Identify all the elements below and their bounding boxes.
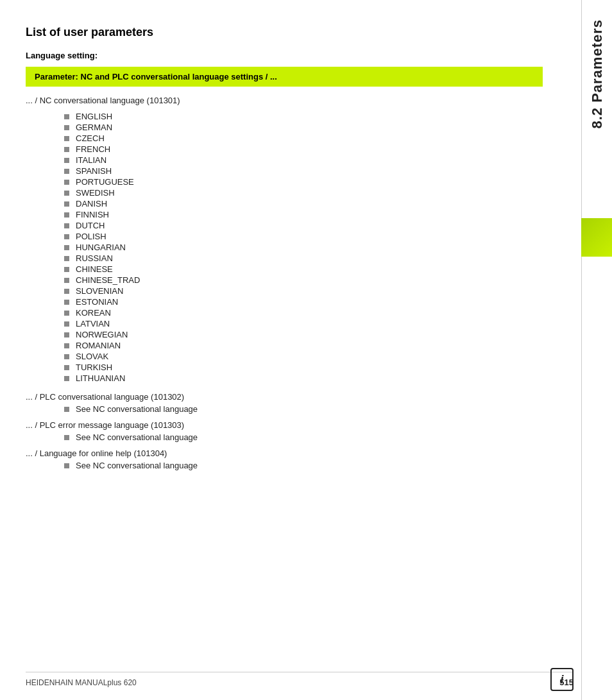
list-item: CZECH (64, 133, 543, 143)
list-item: NORWEGIAN (64, 330, 543, 339)
sidebar: 8.2 Parameters (581, 0, 612, 700)
list-item: FRENCH (64, 144, 543, 154)
bullet-icon (64, 191, 69, 196)
online-help-heading: ... / Language for online help (101304) (26, 448, 543, 458)
page-title: List of user parameters (26, 26, 543, 39)
list-item: DUTCH (64, 221, 543, 230)
bullet-icon (64, 311, 69, 316)
section-label: Language setting: (26, 51, 543, 60)
bullet-icon (64, 343, 69, 348)
list-item: ENGLISH (64, 112, 543, 121)
list-item: POLISH (64, 232, 543, 241)
online-help-section: ... / Language for online help (101304) … (26, 448, 543, 470)
nc-language-heading: ... / NC conversational language (101301… (26, 96, 543, 105)
online-help-see: See NC conversational language (64, 461, 543, 470)
list-item: ROMANIAN (64, 341, 543, 350)
list-item: PORTUGUESE (64, 177, 543, 187)
list-item: CHINESE (64, 264, 543, 274)
bullet-icon (64, 212, 69, 218)
bullet-icon (64, 158, 69, 163)
bullet-icon (64, 169, 69, 174)
bullet-icon (64, 114, 69, 119)
sidebar-label: 8.2 Parameters (589, 19, 606, 129)
bullet-icon (64, 435, 69, 440)
bullet-icon (64, 365, 69, 370)
list-item: GERMAN (64, 123, 543, 132)
list-item: ESTONIAN (64, 297, 543, 307)
list-item: LATVIAN (64, 319, 543, 329)
main-content: List of user parameters Language setting… (0, 0, 581, 501)
bullet-icon (64, 463, 69, 468)
list-item: KOREAN (64, 308, 543, 318)
bullet-icon (64, 180, 69, 185)
bullet-icon (64, 147, 69, 152)
plc-language-section: ... / PLC conversational language (10130… (26, 392, 543, 414)
list-item: ITALIAN (64, 155, 543, 165)
bullet-icon (64, 407, 69, 412)
parameter-banner: Parameter: NC and PLC conversational lan… (26, 67, 543, 87)
footer-left: HEIDENHAIN MANUALplus 620 (26, 678, 137, 687)
plc-error-section: ... / PLC error message language (101303… (26, 420, 543, 442)
bullet-icon (64, 125, 69, 130)
bullet-icon (64, 300, 69, 305)
bullet-icon (64, 289, 69, 294)
language-list: ENGLISHGERMANCZECHFRENCHITALIANSPANISHPO… (64, 112, 543, 383)
plc-language-heading: ... / PLC conversational language (10130… (26, 392, 543, 402)
bullet-icon (64, 136, 69, 141)
bullet-icon (64, 223, 69, 228)
bullet-icon (64, 234, 69, 239)
list-item: LITHUANIAN (64, 373, 543, 383)
bullet-icon (64, 267, 69, 272)
list-item: HUNGARIAN (64, 243, 543, 252)
list-item: CHINESE_TRAD (64, 275, 543, 285)
bullet-icon (64, 245, 69, 250)
list-item: SPANISH (64, 166, 543, 176)
page-footer: HEIDENHAIN MANUALplus 620 515 (26, 672, 574, 687)
bullet-icon (64, 321, 69, 327)
list-item: SLOVAK (64, 352, 543, 361)
sidebar-green-block (581, 218, 612, 257)
bullet-icon (64, 278, 69, 283)
list-item: RUSSIAN (64, 253, 543, 263)
plc-error-see: See NC conversational language (64, 432, 543, 442)
list-item: DANISH (64, 199, 543, 209)
list-item: TURKISH (64, 363, 543, 372)
bullet-icon (64, 376, 69, 381)
info-icon: i (550, 668, 574, 691)
list-item: FINNISH (64, 210, 543, 219)
bullet-icon (64, 201, 69, 207)
bullet-icon (64, 256, 69, 261)
plc-error-heading: ... / PLC error message language (101303… (26, 420, 543, 430)
plc-language-see: See NC conversational language (64, 404, 543, 414)
page-container: 8.2 Parameters List of user parameters L… (0, 0, 612, 700)
bullet-icon (64, 354, 69, 359)
bullet-icon (64, 332, 69, 337)
list-item: SLOVENIAN (64, 286, 543, 296)
list-item: SWEDISH (64, 188, 543, 198)
